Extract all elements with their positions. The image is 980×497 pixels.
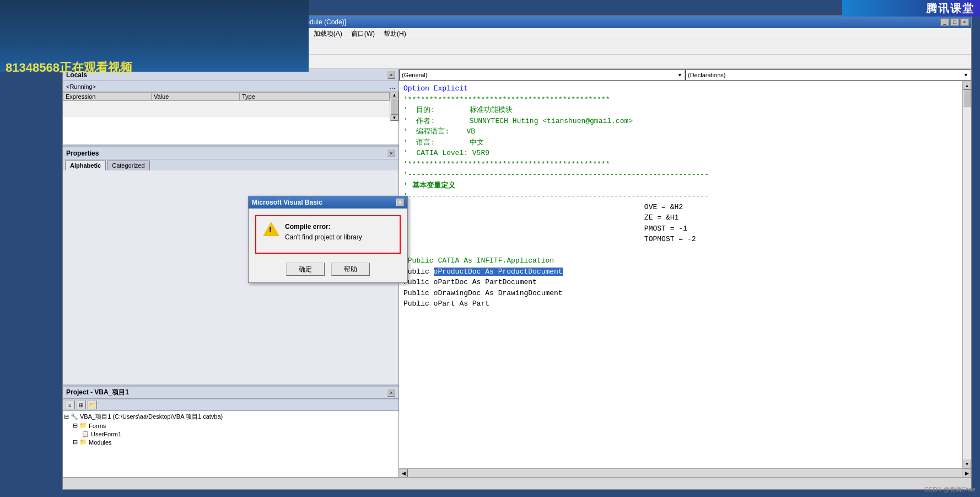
dialog-close-button[interactable]: × <box>396 199 404 206</box>
locals-close-button[interactable]: × <box>387 71 395 79</box>
tree-modules-label: Modules <box>89 439 112 446</box>
code-line-pmost: PMOST = -1 <box>403 223 958 234</box>
locals-table: Expression Value Type <box>63 92 390 101</box>
code-declarations-dropdown[interactable]: (Declarations) ▼ <box>685 70 971 81</box>
tree-folder-icon-modules: 📁 <box>79 439 87 446</box>
code-line-productdoc: Public oProductDoc As ProductDocument <box>403 266 958 277</box>
dialog-message: Compile error: Can't find project or lib… <box>285 222 362 243</box>
dialog-buttons: 确定 帮助 <box>255 263 401 276</box>
code-line-3: ' 目的: 标准功能模块 <box>403 105 958 116</box>
project-toolbar: ≡ ⊞ 📁 <box>63 399 399 411</box>
tree-item-forms[interactable]: ⊟ 📁 Forms <box>64 421 397 430</box>
dialog-help-button[interactable]: 帮助 <box>331 263 370 276</box>
project-toggle-folders-btn[interactable]: 📁 <box>87 400 97 409</box>
code-line-topmost: TOPMOST = -2 <box>403 234 958 245</box>
code-line-drawingdoc: Public oDrawingDoc As DrawingDocument <box>403 288 958 299</box>
code-line-9: '---------------------------------------… <box>403 169 958 180</box>
tab-categorized[interactable]: Categorized <box>107 161 149 170</box>
code-line-10: ' 基本变量定义 <box>403 180 958 191</box>
code-scroll-down[interactable]: ▼ <box>963 459 971 468</box>
watermark-area: 腾讯课堂 <box>842 0 980 17</box>
project-panel: Project - VBA_项目1 × ≡ ⊞ 📁 ⊟ 🔧 VBA_项目1 (C… <box>63 387 399 477</box>
code-line-4: ' 作者: SUNNYTECH Huting <tianshuen@gmail.… <box>403 116 958 127</box>
project-tree: ⊟ 🔧 VBA_项目1 (C:\Users\aa\Desktop\VBA 项目1… <box>63 411 399 477</box>
tree-item-project[interactable]: ⊟ 🔧 VBA_项目1 (C:\Users\aa\Desktop\VBA 项目1… <box>64 412 397 421</box>
code-vscroll: ▲ ▼ <box>962 81 971 468</box>
code-line-ze: ZE = &H1 <box>403 212 958 223</box>
properties-header: Properties × <box>63 147 399 159</box>
locals-col-value: Value <box>152 93 240 101</box>
project-panel-title: Project - VBA_项目1 <box>66 388 129 397</box>
locals-col-type: Type <box>240 93 390 101</box>
code-declarations-arrow: ▼ <box>963 72 968 78</box>
tree-item-modules[interactable]: ⊟ 📁 Modules <box>64 438 397 446</box>
tree-project-label: VBA_项目1 (C:\Users\aa\Desktop\VBA 项目1.cat… <box>80 413 223 421</box>
tree-forms-label: Forms <box>89 423 106 429</box>
dialog-error-box: ! Compile error: Can't find project or l… <box>255 215 401 254</box>
project-view-code-btn[interactable]: ≡ <box>65 400 75 409</box>
tree-expand-icon: ⊟ <box>73 422 78 429</box>
project-panel-header: Project - VBA_项目1 × <box>63 387 399 399</box>
tree-form-icon: 📋 <box>82 430 89 437</box>
close-button[interactable]: × <box>960 18 969 26</box>
code-line-1: Option Explicit <box>403 83 958 94</box>
code-line-6: ' 语言: 中文 <box>403 137 958 148</box>
code-declarations-value: (Declarations) <box>688 72 725 78</box>
ide-window: Microsoft Visual Basic - C:\Users\aa\Des… <box>62 15 972 490</box>
minimize-button[interactable]: _ <box>940 18 949 26</box>
dialog-title-text: Microsoft Visual Basic <box>252 199 322 206</box>
locals-scroll-up[interactable]: ▲ <box>390 92 399 98</box>
maximize-button[interactable]: □ <box>950 18 959 26</box>
locals-scroll-down[interactable]: ▼ <box>390 115 399 121</box>
locals-status-text: <Running> <box>66 83 96 90</box>
code-line-move: OVE = &H2 <box>403 202 958 213</box>
tab-alphabetic[interactable]: Alphabetic <box>65 161 106 170</box>
dialog-error-message: Can't find project or library <box>285 232 362 243</box>
code-scroll-track <box>963 90 971 459</box>
video-overlay-text: 81348568正在观看视频 <box>6 60 132 76</box>
menu-addins[interactable]: 加载项(A) <box>309 28 347 40</box>
locals-col-expression: Expression <box>63 93 152 101</box>
menu-help[interactable]: 帮助(H) <box>379 28 411 40</box>
code-line-partdoc: Public oPartDoc As PartDocument <box>403 277 958 288</box>
props-tabs: Alphabetic Categorized <box>63 159 399 170</box>
code-panel: (General) ▼ (Declarations) ▼ Option Expl… <box>399 69 971 477</box>
code-line-7: ' CATIA Level: V5R9 <box>403 148 958 159</box>
locals-status-bar: <Running> ... <box>63 81 399 92</box>
code-scroll-thumb[interactable] <box>963 90 971 106</box>
tree-userform1-label: UserForm1 <box>91 431 121 437</box>
main-content: Locals × <Running> ... Expression Value <box>63 69 971 477</box>
menu-window[interactable]: 窗口(W) <box>347 28 379 40</box>
code-editor[interactable]: Option Explicit '***********************… <box>399 81 962 468</box>
watermark-text: 腾讯课堂 <box>926 1 974 16</box>
title-bar-controls: _ □ × <box>940 18 969 26</box>
dialog-title-bar: Microsoft Visual Basic × <box>249 196 407 209</box>
error-dialog: Microsoft Visual Basic × ! Compile error… <box>248 196 408 283</box>
code-general-dropdown[interactable]: (General) ▼ <box>399 70 685 81</box>
dialog-ok-button[interactable]: 确定 <box>286 263 325 276</box>
csdn-watermark: CSDN @煮酒Shae <box>924 485 976 494</box>
properties-close-button[interactable]: × <box>387 149 395 157</box>
project-close-button[interactable]: × <box>387 389 395 397</box>
dialog-body: ! Compile error: Can't find project or l… <box>249 209 407 282</box>
dialog-error-title: Compile error: <box>285 222 362 232</box>
tree-item-userform1[interactable]: 📋 UserForm1 <box>64 430 397 438</box>
warning-icon: ! <box>263 222 279 237</box>
bottom-status-bar <box>63 477 971 489</box>
code-line-2: '***************************************… <box>403 94 958 105</box>
code-line-part: Public oPart As Part <box>403 298 958 309</box>
project-view-form-btn[interactable]: ⊞ <box>76 400 86 409</box>
locals-scroll-track <box>390 98 399 115</box>
code-line-sep: '---------------------------------------… <box>403 191 958 202</box>
code-general-value: (General) <box>402 72 427 78</box>
code-scroll-up[interactable]: ▲ <box>963 81 971 90</box>
code-line-5: ' 编程语言: VB <box>403 126 958 137</box>
code-line-comment-catia: 'Public CATIA As INFITF.Application <box>403 255 958 266</box>
code-hscroll: ◀ ▶ <box>399 468 971 477</box>
code-scroll-right[interactable]: ▶ <box>962 469 971 478</box>
tree-gear-icon: 🔧 <box>71 413 78 420</box>
code-scroll-left[interactable]: ◀ <box>399 469 408 478</box>
locals-ellipsis[interactable]: ... <box>389 82 395 90</box>
warning-exclaim: ! <box>269 226 271 233</box>
tree-expand-modules-icon: ⊟ <box>73 439 78 446</box>
